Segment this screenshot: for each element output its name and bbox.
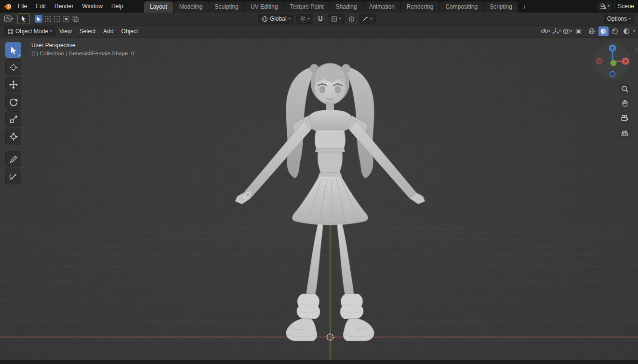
viewport-3d[interactable]: User Perspective (1) Collection | Genesi… [0,38,638,360]
divider [585,27,585,35]
shading-solid-button[interactable] [598,26,609,36]
gizmo-y-axis[interactable] [611,60,617,66]
transform-orientation-dropdown[interactable]: Global ▾ [258,14,294,24]
select-invert-button[interactable] [62,15,70,23]
annotate-pencil-icon [9,155,18,164]
divider [614,2,615,10]
shading-wireframe-button[interactable] [587,26,597,36]
tool-select-box[interactable] [5,42,21,58]
menu-edit[interactable]: Edit [31,0,50,13]
navigation-gizmo[interactable]: Z X [593,42,632,80]
menu-select[interactable]: Select [76,26,99,38]
workspace-tabs: Layout Modeling Sculpting UV Editing Tex… [144,0,532,13]
rendered-sphere-icon [623,28,630,35]
menu-file[interactable]: File [13,0,31,13]
tool-measure[interactable] [5,169,21,184]
visibility-dropdown[interactable]: ▾ [541,26,550,36]
tab-modeling[interactable]: Modeling [173,1,209,13]
tab-texture-paint[interactable]: Texture Paint [284,1,330,13]
proportional-falloff-dropdown[interactable]: ▾ [359,14,376,24]
mode-label: Object Mode [15,28,48,35]
menu-view[interactable]: View [55,26,76,38]
cursor-3d [323,330,337,344]
tool-options-corner [18,54,20,56]
tab-scripting[interactable]: Scripting [484,1,518,13]
chevron-down-icon: ▾ [570,29,572,33]
tab-layout[interactable]: Layout [144,1,173,13]
active-tool-indicator[interactable] [17,13,30,24]
options-dropdown[interactable]: Options ▾ [604,14,634,24]
hand-icon [621,100,628,107]
shading-rendered-button[interactable] [622,26,632,36]
xray-toggle-button[interactable] [574,26,584,36]
tab-compositing[interactable]: Compositing [439,1,483,13]
gizmo-x-neg-axis[interactable] [597,59,602,64]
ortho-toggle-button[interactable] [619,127,630,139]
chevron-down-icon: ▾ [50,29,52,33]
editor-type-dropdown[interactable]: ▾ [4,14,13,24]
zoom-button[interactable] [619,83,630,94]
active-object-breadcrumb: (1) Collection | Genesis8Female.Shape_0 [31,51,134,56]
gizmo-toggle-icon [552,28,559,35]
tool-rail [5,42,21,184]
snap-settings-dropdown[interactable]: ▾ [328,14,345,24]
material-sphere-icon [611,28,618,35]
select-extend-button[interactable] [44,15,52,23]
gizmo-z-neg-axis[interactable] [610,72,615,77]
chevron-down-icon: ▾ [339,17,341,21]
tab-uv-editing[interactable]: UV Editing [245,1,284,13]
select-intersect-icon [72,16,79,22]
tab-shading[interactable]: Shading [330,1,363,13]
gizmos-dropdown[interactable]: ▾ [552,26,561,36]
add-workspace-button[interactable]: + [518,1,531,13]
gizmo-z-label: Z [611,46,614,51]
tool-cursor[interactable] [5,59,21,75]
tool-annotate[interactable] [5,151,21,167]
pivot-point-dropdown[interactable]: ▾ [296,14,313,24]
sidebar-collapse-arrow[interactable]: ‹ [636,46,638,52]
topbar: File Edit Render Window Help Layout Mode… [0,0,638,13]
camera-view-button[interactable] [619,112,630,124]
proportional-edit-icon [348,16,355,22]
mode-dropdown[interactable]: Object Mode ▾ [4,26,55,36]
tab-rendering[interactable]: Rendering [401,1,439,13]
select-subtract-icon [54,16,60,22]
menu-object[interactable]: Object [118,26,142,38]
wireframe-sphere-icon [588,28,595,35]
chevron-down-icon: ▾ [633,29,635,33]
scene-icon [600,3,607,10]
cursor-tool-icon [9,63,18,72]
blender-logo-icon[interactable] [2,0,13,13]
tool-move[interactable] [5,77,21,92]
overlays-dropdown[interactable]: ▾ [563,26,572,36]
snap-toggle-button[interactable] [316,14,325,24]
falloff-curve-icon [362,16,369,22]
select-box-icon [20,15,27,22]
tool-transform[interactable] [5,129,21,144]
select-set-button[interactable] [35,15,42,23]
camera-icon [621,115,628,121]
status-bar [0,360,638,364]
menu-help[interactable]: Help [107,0,128,13]
tool-rotate[interactable] [5,94,21,110]
tool-scale[interactable] [5,111,21,127]
snap-target-icon [331,16,337,22]
tab-animation[interactable]: Animation [363,1,400,13]
pan-button[interactable] [619,97,630,109]
menu-render[interactable]: Render [50,0,78,13]
move-icon [9,80,18,89]
shading-material-button[interactable] [610,26,620,36]
tab-sculpting[interactable]: Sculpting [209,1,244,13]
menu-window[interactable]: Window [78,0,107,13]
select-intersect-button[interactable] [71,15,79,23]
chevron-down-icon: ▾ [12,17,13,21]
transform-icon [9,132,18,141]
scene-browse-dropdown[interactable]: ▾ [598,2,611,11]
select-subtract-button[interactable] [53,15,61,23]
menu-add[interactable]: Add [99,26,117,38]
character-model[interactable] [0,38,638,360]
select-mode-options [35,15,79,23]
scene-name-label[interactable]: Scene [618,3,634,10]
xray-icon [575,28,582,35]
proportional-edit-toggle[interactable] [347,14,357,24]
